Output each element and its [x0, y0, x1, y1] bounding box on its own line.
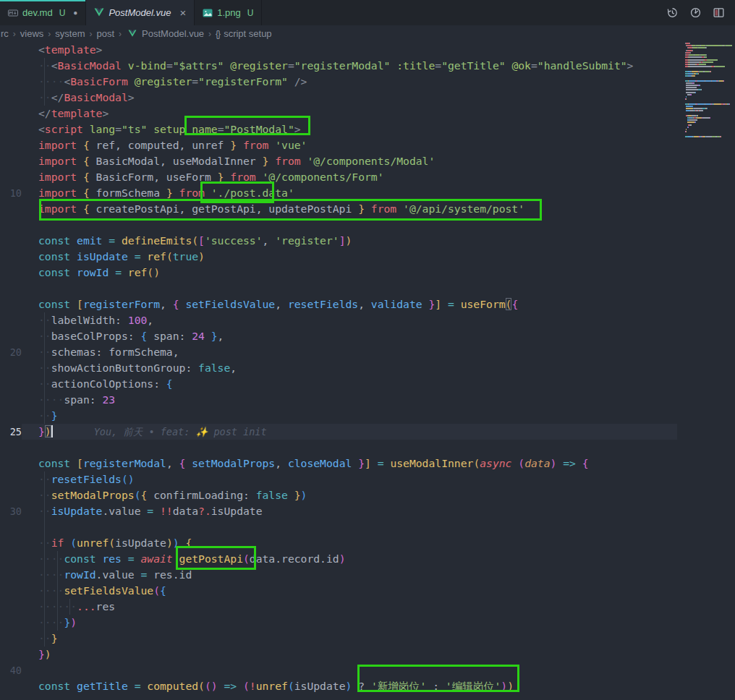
code-line[interactable]: import { ref, computed, unref } from 'vu…: [0, 137, 677, 153]
code-line-content[interactable]: ··resetFields(): [22, 471, 677, 487]
line-number[interactable]: [0, 615, 22, 631]
line-number[interactable]: [0, 74, 22, 90]
code-line-content[interactable]: import { ref, computed, unref } from 'vu…: [22, 137, 677, 153]
code-line[interactable]: <template>: [0, 42, 677, 58]
code-line-content[interactable]: [22, 217, 677, 233]
code-line[interactable]: ··</BasicModal>: [0, 90, 677, 106]
code-line-content[interactable]: [22, 519, 677, 535]
code-line-content[interactable]: ····span: 23: [22, 392, 677, 408]
code-line-content[interactable]: ····setFieldsValue({: [22, 583, 677, 599]
line-number[interactable]: [0, 281, 22, 296]
line-number[interactable]: 30: [0, 503, 22, 519]
code-line[interactable]: ··}: [0, 631, 677, 646]
timeline-icon[interactable]: [666, 7, 679, 19]
code-line[interactable]: ····setFieldsValue({: [0, 583, 677, 599]
code-line-content[interactable]: <script lang="ts" setup name="PostModal"…: [22, 121, 677, 137]
code-line-content[interactable]: ··baseColProps: { span: 24 },: [22, 328, 677, 344]
code-line-content[interactable]: ····rowId.value = res.id: [22, 567, 677, 583]
code-line-content[interactable]: ····}): [22, 615, 677, 631]
line-number[interactable]: [0, 487, 22, 503]
modified-dot[interactable]: ●: [73, 9, 77, 17]
code-line[interactable]: import { BasicModal, useModalInner } fro…: [0, 153, 677, 169]
code-line-content[interactable]: ··if (unref(isUpdate)) {: [22, 535, 677, 551]
code-line[interactable]: const rowId = ref(): [0, 265, 677, 281]
code-line-content[interactable]: import { formSchema } from './post.data': [22, 185, 677, 201]
line-number[interactable]: [0, 265, 22, 281]
code-line[interactable]: [0, 440, 677, 456]
line-number[interactable]: [0, 392, 22, 408]
line-number[interactable]: [0, 631, 22, 646]
breadcrumb-item-symbol[interactable]: script setup: [224, 28, 271, 39]
code-line[interactable]: ····rowId.value = res.id: [0, 567, 677, 583]
code-line[interactable]: ··resetFields(): [0, 471, 677, 487]
tab-1-png[interactable]: 1.png U: [195, 0, 262, 25]
line-number[interactable]: 10: [0, 185, 22, 201]
line-number[interactable]: [0, 551, 22, 567]
tab-dev-md[interactable]: dev.md U ●: [0, 0, 86, 25]
code-line[interactable]: [0, 217, 677, 233]
code-line[interactable]: ··if (unref(isUpdate)) {: [0, 535, 677, 551]
code-line[interactable]: 40: [0, 662, 677, 678]
line-number[interactable]: 20: [0, 344, 22, 360]
line-number[interactable]: [0, 646, 22, 662]
code-line-content[interactable]: ··setModalProps({ confirmLoading: false …: [22, 487, 677, 503]
line-number[interactable]: [0, 58, 22, 74]
minimap[interactable]: [684, 43, 732, 448]
line-number[interactable]: [0, 360, 22, 376]
breadcrumb-item-src[interactable]: rc: [1, 28, 9, 39]
code-line[interactable]: const [registerModal, { setModalProps, c…: [0, 456, 677, 471]
pending-changes-icon[interactable]: [689, 7, 702, 19]
code-line-content[interactable]: ··}: [22, 408, 677, 424]
line-number[interactable]: [0, 408, 22, 424]
line-number[interactable]: [0, 169, 22, 185]
code-line-content[interactable]: [22, 662, 677, 678]
code-line[interactable]: ····<BasicForm @register="registerForm" …: [0, 74, 677, 90]
line-number[interactable]: [0, 519, 22, 535]
code-line[interactable]: <script lang="ts" setup name="PostModal"…: [0, 121, 677, 137]
code-line-content[interactable]: const [registerForm, { setFieldsValue, r…: [22, 296, 677, 312]
code-line-content[interactable]: })You, 前天 • feat: ✨ post init: [22, 424, 677, 440]
code-line[interactable]: 20··schemas: formSchema,: [0, 344, 677, 360]
code-line-content[interactable]: ··labelWidth: 100,: [22, 312, 677, 328]
code-line-content[interactable]: <template>: [22, 42, 677, 58]
code-line[interactable]: const emit = defineEmits(['success', 're…: [0, 233, 677, 249]
breadcrumb-item-post[interactable]: post: [97, 28, 115, 39]
line-number[interactable]: [0, 471, 22, 487]
code-line-content[interactable]: </template>: [22, 106, 677, 121]
code-line[interactable]: ··labelWidth: 100,: [0, 312, 677, 328]
line-number[interactable]: [0, 312, 22, 328]
code-line-content[interactable]: const emit = defineEmits(['success', 're…: [22, 233, 677, 249]
code-line[interactable]: import { createPostApi, getPostApi, upda…: [0, 201, 677, 217]
code-line[interactable]: ··<BasicModal v-bind="$attrs" @register=…: [0, 58, 677, 74]
split-editor-icon[interactable]: [713, 7, 725, 19]
code-line-content[interactable]: ····const res = await getPostApi(data.re…: [22, 551, 677, 567]
breadcrumb-item-system[interactable]: system: [55, 28, 85, 39]
line-number[interactable]: [0, 201, 22, 217]
code-line-content[interactable]: ··<BasicModal v-bind="$attrs" @register=…: [22, 58, 677, 74]
line-number[interactable]: [0, 328, 22, 344]
code-line[interactable]: </template>: [0, 106, 677, 121]
code-line-content[interactable]: import { BasicForm, useForm } from '@/co…: [22, 169, 677, 185]
line-number[interactable]: [0, 567, 22, 583]
code-line-content[interactable]: ··}: [22, 631, 677, 646]
breadcrumb-item-views[interactable]: views: [20, 28, 44, 39]
tab-postmodel-vue[interactable]: PostModel.vue ×: [86, 0, 195, 25]
code-line-content[interactable]: const getTitle = computed(() => (!unref(…: [22, 678, 677, 694]
line-number[interactable]: [0, 121, 22, 137]
code-line[interactable]: ··setModalProps({ confirmLoading: false …: [0, 487, 677, 503]
code-line[interactable]: ····span: 23: [0, 392, 677, 408]
line-number[interactable]: [0, 233, 22, 249]
code-line-content[interactable]: ······...res: [22, 599, 677, 615]
line-number[interactable]: 40: [0, 662, 22, 678]
code-line[interactable]: ··showActionButtonGroup: false,: [0, 360, 677, 376]
code-line-content[interactable]: ····<BasicForm @register="registerForm" …: [22, 74, 677, 90]
code-line[interactable]: 25})You, 前天 • feat: ✨ post init: [0, 424, 677, 440]
line-number[interactable]: [0, 599, 22, 615]
code-line-content[interactable]: import { BasicModal, useModalInner } fro…: [22, 153, 677, 169]
code-line-content[interactable]: ··showActionButtonGroup: false,: [22, 360, 677, 376]
line-number[interactable]: [0, 42, 22, 58]
line-number[interactable]: 25: [0, 424, 22, 440]
code-line-content[interactable]: import { createPostApi, getPostApi, upda…: [22, 201, 677, 217]
line-number[interactable]: [0, 249, 22, 265]
code-line[interactable]: ····const res = await getPostApi(data.re…: [0, 551, 677, 567]
